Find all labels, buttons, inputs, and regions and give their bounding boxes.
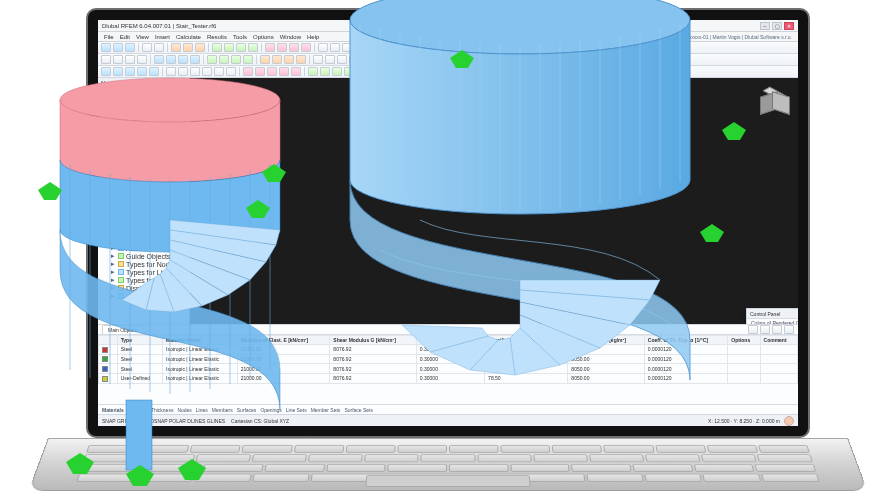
tool-button[interactable] bbox=[433, 67, 443, 76]
tree-item[interactable]: ▸Openings bbox=[102, 148, 187, 156]
tool-button[interactable] bbox=[421, 55, 431, 64]
tool-button[interactable] bbox=[219, 55, 229, 64]
menu-view[interactable]: View bbox=[136, 34, 149, 40]
tool-button[interactable] bbox=[332, 67, 342, 76]
tool-button[interactable] bbox=[166, 55, 176, 64]
tree-item[interactable]: ▸Numbering bbox=[102, 204, 187, 212]
tool-button[interactable] bbox=[255, 67, 265, 76]
menu-window[interactable]: Window bbox=[280, 34, 301, 40]
user-avatar-icon[interactable] bbox=[784, 416, 794, 426]
tool-button[interactable] bbox=[361, 67, 371, 76]
search-input[interactable]: Type a keyword (Ctrl+F) bbox=[574, 33, 654, 41]
nav-tool-button[interactable] bbox=[117, 89, 125, 96]
tool-button[interactable] bbox=[154, 55, 164, 64]
table-row[interactable]: User-DefinedIsotropic | Linear Elastic21… bbox=[99, 374, 798, 384]
tool-button[interactable] bbox=[113, 55, 123, 64]
menu-options[interactable]: Options bbox=[253, 34, 274, 40]
tree-item[interactable]: ▸Line Supports bbox=[102, 164, 187, 172]
nav-tool-button[interactable] bbox=[126, 89, 134, 96]
tool-button[interactable] bbox=[291, 67, 301, 76]
table-tool-button[interactable] bbox=[784, 325, 794, 334]
nav-tool-button[interactable] bbox=[99, 89, 107, 96]
tool-button[interactable] bbox=[214, 67, 224, 76]
tool-button[interactable] bbox=[409, 67, 419, 76]
tool-button[interactable] bbox=[178, 55, 188, 64]
tool-button[interactable] bbox=[207, 55, 217, 64]
close-button[interactable]: ✕ bbox=[784, 22, 794, 30]
tool-button[interactable] bbox=[149, 67, 159, 76]
tool-button[interactable] bbox=[438, 43, 448, 52]
tool-button[interactable] bbox=[344, 67, 354, 76]
tool-button[interactable] bbox=[469, 67, 479, 76]
undo-button[interactable] bbox=[142, 43, 152, 52]
nav-tool-button[interactable] bbox=[144, 89, 152, 96]
tree-item[interactable]: ▸Local Axis Systems bbox=[102, 212, 187, 220]
tool-button[interactable] bbox=[414, 43, 424, 52]
model-viewport[interactable]: Control Panel ✕ Colors of Rendered Objec… bbox=[190, 78, 798, 324]
tool-button[interactable] bbox=[354, 43, 364, 52]
tree-item[interactable]: ▸Solids bbox=[102, 140, 187, 148]
tree-item[interactable]: ▸Types for Surfaces bbox=[102, 276, 187, 284]
tool-button[interactable] bbox=[137, 55, 147, 64]
tool-button[interactable] bbox=[236, 43, 246, 52]
tree-item[interactable]: ▾Model bbox=[102, 100, 187, 108]
category-tab[interactable]: Surface Sets bbox=[344, 407, 373, 413]
tree-item[interactable]: ▸Types for Nodes bbox=[102, 260, 187, 268]
tree-item[interactable]: ▸Colors in Rendering bbox=[102, 196, 187, 204]
tool-button[interactable] bbox=[373, 55, 383, 64]
tool-button[interactable] bbox=[397, 55, 407, 64]
redo-button[interactable] bbox=[154, 43, 164, 52]
nav-tool-button[interactable] bbox=[108, 89, 116, 96]
tool-button[interactable] bbox=[433, 55, 443, 64]
tool-button[interactable] bbox=[385, 67, 395, 76]
snap-toggles[interactable]: SNAP GRID ORTHO OSNAP POLAR DLINES GLINE… bbox=[102, 418, 225, 424]
tool-button[interactable] bbox=[325, 55, 335, 64]
tool-button[interactable] bbox=[450, 43, 460, 52]
tool-button[interactable] bbox=[421, 67, 431, 76]
tool-button[interactable] bbox=[378, 43, 388, 52]
tool-button[interactable] bbox=[125, 67, 135, 76]
tool-button[interactable] bbox=[137, 67, 147, 76]
tree-item[interactable]: ▸Loads bbox=[102, 220, 187, 228]
tool-button[interactable] bbox=[342, 43, 352, 52]
print-button[interactable] bbox=[171, 43, 181, 52]
tool-button[interactable] bbox=[243, 55, 253, 64]
tool-button[interactable] bbox=[445, 67, 455, 76]
tool-button[interactable] bbox=[366, 43, 376, 52]
table-row[interactable]: SteelIsotropic | Linear Elastic21000.008… bbox=[99, 345, 798, 355]
tree-item[interactable]: ▸Members bbox=[102, 124, 187, 132]
tool-button[interactable] bbox=[101, 67, 111, 76]
tool-button[interactable] bbox=[457, 67, 467, 76]
tool-button[interactable] bbox=[113, 67, 123, 76]
tool-button[interactable] bbox=[260, 55, 270, 64]
category-tab[interactable]: Sections bbox=[128, 407, 147, 413]
navigator-tree[interactable]: ▾Model▸Nodes▸Lines▸Members▸Surfaces▸Soli… bbox=[98, 98, 189, 324]
category-tab[interactable]: Thickness bbox=[151, 407, 174, 413]
control-panel[interactable]: Control Panel ✕ Colors of Rendered Objec… bbox=[746, 308, 798, 324]
tree-item[interactable]: ▸Node Supports bbox=[102, 156, 187, 164]
tree-item[interactable]: ▸Results bbox=[102, 236, 187, 244]
tool-button[interactable] bbox=[243, 67, 253, 76]
open-file-button[interactable] bbox=[113, 43, 123, 52]
category-tab[interactable]: Member Sets bbox=[311, 407, 341, 413]
tool-button[interactable] bbox=[397, 67, 407, 76]
table-tool-button[interactable] bbox=[772, 325, 782, 334]
tree-item[interactable]: ▸Dimensions bbox=[102, 172, 187, 180]
tool-button[interactable] bbox=[426, 43, 436, 52]
tool-button[interactable] bbox=[183, 43, 193, 52]
category-tab[interactable]: Lines bbox=[196, 407, 208, 413]
tool-button[interactable] bbox=[469, 55, 479, 64]
tool-button[interactable] bbox=[190, 67, 200, 76]
nav-tool-button[interactable] bbox=[135, 89, 143, 96]
tool-button[interactable] bbox=[248, 43, 258, 52]
tool-button[interactable] bbox=[457, 55, 467, 64]
control-panel-header[interactable]: Control Panel ✕ bbox=[747, 309, 798, 319]
table-tool-button[interactable] bbox=[760, 325, 770, 334]
category-tab[interactable]: Materials bbox=[102, 407, 124, 413]
tree-item[interactable]: ▸Add-on Results bbox=[102, 244, 187, 252]
tool-button[interactable] bbox=[272, 55, 282, 64]
tool-button[interactable] bbox=[101, 55, 111, 64]
menu-help[interactable]: Help bbox=[307, 34, 319, 40]
tool-button[interactable] bbox=[195, 43, 205, 52]
tree-item[interactable]: ▸Sections bbox=[102, 180, 187, 188]
